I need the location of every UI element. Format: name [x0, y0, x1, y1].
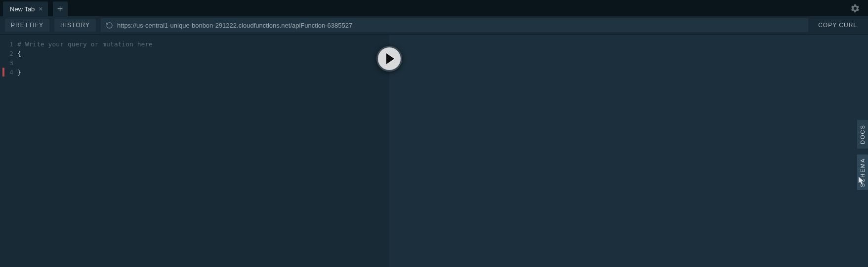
- tab-active[interactable]: New Tab ×: [3, 1, 48, 16]
- add-tab-button[interactable]: +: [53, 1, 68, 16]
- history-button[interactable]: HISTORY: [54, 19, 96, 32]
- code-line: }: [17, 68, 389, 77]
- schema-drawer-button[interactable]: SCHEMA: [857, 154, 868, 190]
- code-line: # Write your query or mutation here: [17, 39, 389, 49]
- prettify-button[interactable]: PRETTIFY: [5, 19, 49, 32]
- endpoint-field: [101, 18, 808, 32]
- tab-bar: New Tab × +: [0, 0, 868, 16]
- code-line: {: [17, 49, 389, 58]
- error-marker: [2, 68, 4, 76]
- tab-label: New Tab: [10, 5, 35, 13]
- execute-button[interactable]: [376, 46, 402, 72]
- code-area[interactable]: # Write your query or mutation here { }: [17, 39, 389, 267]
- line-number: 1: [2, 39, 13, 49]
- line-gutter: 1 2 3 4: [2, 39, 17, 267]
- settings-button[interactable]: [850, 3, 865, 13]
- copy-curl-button[interactable]: COPY CURL: [813, 19, 862, 32]
- close-icon[interactable]: ×: [39, 5, 42, 12]
- main-area: 1 2 3 4 # Write your query or mutation h…: [0, 35, 868, 267]
- code-line: [17, 58, 389, 68]
- reload-button[interactable]: [106, 22, 113, 29]
- reload-icon: [106, 22, 113, 29]
- line-number: 3: [2, 58, 13, 68]
- graphql-playground: New Tab × + PRETTIFY HISTORY COPY CURL: [0, 0, 868, 267]
- line-number: 2: [2, 49, 13, 58]
- plus-icon: +: [57, 3, 63, 15]
- toolbar: PRETTIFY HISTORY COPY CURL: [0, 16, 868, 35]
- endpoint-input[interactable]: [117, 22, 803, 29]
- docs-drawer-button[interactable]: DOCS: [857, 120, 868, 149]
- query-editor[interactable]: 1 2 3 4 # Write your query or mutation h…: [2, 35, 389, 267]
- gear-icon: [850, 3, 860, 13]
- play-icon: [386, 53, 394, 64]
- result-pane: [389, 35, 868, 267]
